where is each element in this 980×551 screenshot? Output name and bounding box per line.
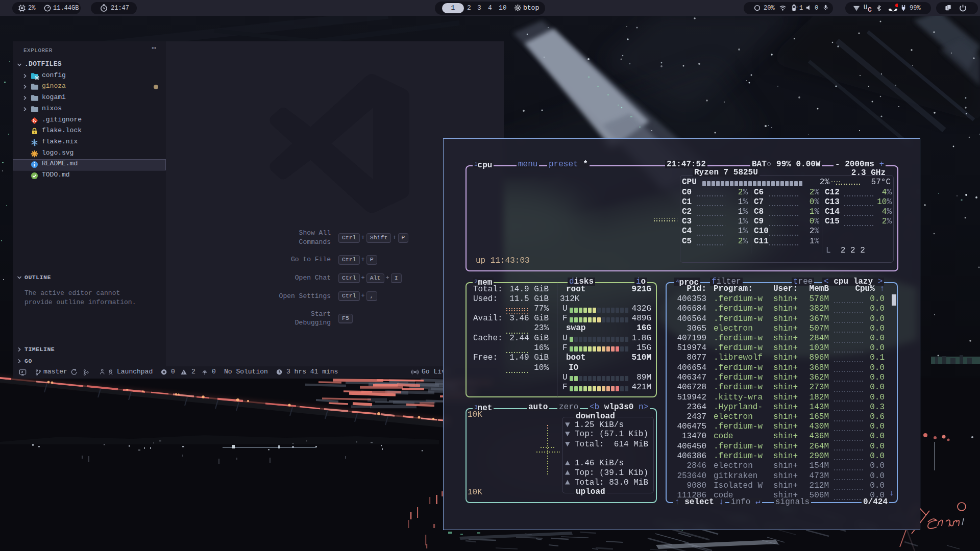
svg-text:z: z bbox=[796, 6, 798, 9]
